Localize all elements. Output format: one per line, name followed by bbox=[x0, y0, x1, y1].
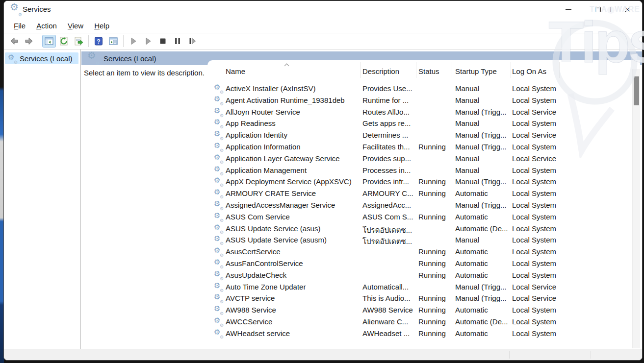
menu-item-help[interactable]: Help bbox=[89, 20, 115, 31]
service-log-on-as: Local System bbox=[512, 84, 556, 93]
service-description: Determines ... bbox=[362, 131, 408, 139]
service-row[interactable]: Application ManagementProcesses in...Man… bbox=[207, 165, 632, 176]
service-row[interactable]: Agent Activation Runtime_19381debRuntime… bbox=[207, 95, 632, 106]
pane-splitter[interactable] bbox=[80, 49, 81, 349]
statusbar-separator bbox=[591, 351, 591, 359]
service-row[interactable]: ActiveX Installer (AxInstSV)Provides Use… bbox=[207, 83, 632, 95]
service-row[interactable]: AW988 ServiceAW988 ServiceRunningAutomat… bbox=[207, 304, 632, 316]
column-divider[interactable] bbox=[360, 62, 361, 78]
service-log-on-as: Local System bbox=[512, 236, 556, 244]
back-button[interactable] bbox=[7, 35, 21, 48]
resume-service-button[interactable] bbox=[141, 35, 155, 48]
service-startup-type: Manual (Trigg... bbox=[455, 283, 506, 291]
service-row[interactable]: App ReadinessGets apps re...ManualLocal … bbox=[207, 118, 632, 129]
menu-item-action[interactable]: Action bbox=[31, 20, 62, 31]
service-description: AWHeadset ... bbox=[362, 329, 410, 338]
column-header-name[interactable]: Name bbox=[226, 67, 245, 75]
minimize-icon bbox=[566, 9, 571, 10]
action-pane-toggle-button[interactable] bbox=[106, 35, 120, 48]
service-row[interactable]: Application IdentityDetermines ...Manual… bbox=[207, 129, 632, 141]
service-name: Application Information bbox=[226, 143, 301, 151]
service-log-on-as: Local System bbox=[512, 166, 556, 174]
close-button[interactable] bbox=[616, 1, 639, 18]
banner-title: Services (Local) bbox=[103, 54, 156, 63]
service-row[interactable]: AVCTP serviceThis is Audio...RunningManu… bbox=[207, 292, 632, 304]
service-row[interactable]: ASUS Com ServiceASUS Com S...RunningAuto… bbox=[207, 211, 632, 223]
service-startup-type: Automatic (De... bbox=[455, 224, 508, 233]
export-list-button[interactable] bbox=[72, 35, 85, 48]
column-header-startup-type[interactable]: Startup Type bbox=[455, 67, 497, 75]
service-row[interactable]: AWHeadset serviceAWHeadset ...RunningAut… bbox=[207, 328, 632, 339]
service-row[interactable]: ASUS Update Service (asusm)โปรดอัปเดตซ..… bbox=[207, 234, 632, 246]
service-startup-type: Automatic bbox=[455, 306, 488, 314]
service-row[interactable]: AsusFanControlServiceRunningAutomaticLoc… bbox=[207, 258, 632, 269]
service-name: ActiveX Installer (AxInstSV) bbox=[226, 84, 315, 93]
column-divider[interactable] bbox=[511, 62, 511, 78]
services-app-icon bbox=[10, 4, 21, 15]
column-divider[interactable] bbox=[416, 62, 416, 78]
service-name: ARMOURY CRATE Service bbox=[226, 189, 316, 197]
tree-item-services-local[interactable]: Services (Local) bbox=[5, 52, 78, 64]
menu-item-view[interactable]: View bbox=[62, 20, 89, 31]
service-startup-type: Automatic bbox=[455, 329, 488, 338]
service-name: AWCCService bbox=[226, 317, 272, 326]
service-row[interactable]: ASUS Update Service (asus)โปรดอัปเดตซ...… bbox=[207, 223, 632, 235]
service-status: Running bbox=[418, 213, 446, 221]
forward-arrow-icon bbox=[24, 36, 34, 46]
toolbar-separator bbox=[88, 35, 89, 47]
service-name: AsusUpdateCheck bbox=[226, 271, 286, 279]
pause-service-button[interactable] bbox=[171, 35, 184, 48]
service-gear-icon bbox=[214, 131, 222, 139]
service-status: Running bbox=[418, 271, 446, 279]
sort-ascending-icon bbox=[285, 63, 289, 67]
column-header-log-on-as[interactable]: Log On As bbox=[512, 67, 546, 75]
service-row[interactable]: ARMOURY CRATE ServiceARMOURY C...Running… bbox=[207, 188, 632, 199]
scrollbar-thumb[interactable] bbox=[634, 76, 639, 105]
service-row[interactable]: AppX Deployment Service (AppXSVC)Provide… bbox=[207, 176, 632, 188]
service-gear-icon bbox=[214, 271, 222, 279]
service-row[interactable]: AssignedAccessManager ServiceAssignedAcc… bbox=[207, 199, 632, 211]
forward-button[interactable] bbox=[22, 35, 36, 48]
column-header-status[interactable]: Status bbox=[418, 67, 439, 75]
service-row[interactable]: AllJoyn Router ServiceRoutes AllJo...Man… bbox=[207, 106, 632, 118]
service-status: Running bbox=[418, 306, 446, 314]
column-header-description[interactable]: Description bbox=[362, 67, 399, 75]
help-icon: ? bbox=[94, 36, 103, 46]
stop-service-button[interactable] bbox=[156, 35, 170, 48]
service-status: Running bbox=[418, 294, 446, 302]
menu-item-file[interactable]: File bbox=[8, 20, 31, 31]
service-startup-type: Manual bbox=[455, 84, 479, 93]
service-row[interactable]: AsusUpdateCheckRunningAutomaticLocal Sys… bbox=[207, 269, 632, 281]
column-divider[interactable] bbox=[452, 62, 452, 78]
restart-service-button[interactable] bbox=[185, 35, 199, 48]
service-row[interactable]: AWCCServiceAlienware C...RunningAutomati… bbox=[207, 316, 632, 328]
minimize-button[interactable] bbox=[557, 1, 580, 18]
export-list-icon bbox=[74, 36, 83, 46]
title-bar[interactable]: Services bbox=[4, 1, 642, 19]
start-service-button[interactable] bbox=[127, 35, 140, 48]
refresh-button[interactable] bbox=[57, 35, 71, 48]
refresh-icon bbox=[59, 36, 69, 46]
service-row[interactable]: Application Layer Gateway ServiceProvide… bbox=[207, 153, 632, 165]
console-tree-toggle-button[interactable] bbox=[42, 35, 56, 48]
service-row[interactable]: Application InformationFacilitates th...… bbox=[207, 141, 632, 153]
vertical-scrollbar[interactable] bbox=[632, 69, 640, 348]
service-name: Application Management bbox=[226, 166, 307, 174]
menu-bar: FileActionViewHelp bbox=[4, 19, 642, 33]
toolbar: ? bbox=[4, 33, 642, 49]
service-name: AllJoyn Router Service bbox=[226, 108, 300, 116]
column-divider[interactable] bbox=[559, 62, 560, 78]
service-description: Alienware C... bbox=[362, 317, 408, 326]
service-gear-icon bbox=[214, 213, 222, 221]
maximize-button[interactable] bbox=[587, 1, 609, 18]
service-row[interactable]: Auto Time Zone UpdaterAutomaticall...Man… bbox=[207, 281, 632, 293]
service-status: Running bbox=[418, 329, 446, 338]
service-row[interactable]: AsusCertServiceRunningAutomaticLocal Sys… bbox=[207, 246, 632, 258]
help-button[interactable]: ? bbox=[92, 35, 105, 48]
toolbar-separator bbox=[123, 35, 124, 47]
service-log-on-as: Local System bbox=[512, 271, 556, 279]
service-log-on-as: Local System bbox=[512, 224, 556, 233]
service-name: AppX Deployment Service (AppXSVC) bbox=[226, 177, 352, 186]
action-pane-toggle-icon bbox=[108, 36, 118, 46]
service-log-on-as: Local System bbox=[512, 189, 556, 197]
